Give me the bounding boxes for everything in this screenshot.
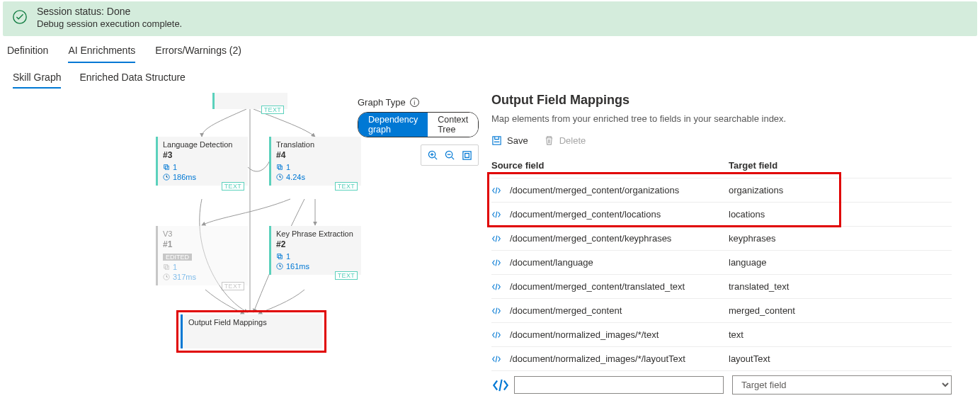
skill-id: #4 xyxy=(276,150,356,160)
skill-node-v3[interactable]: V3 #1 EDITED 1 317ms TEXT xyxy=(156,226,248,285)
copy-icon xyxy=(276,253,283,260)
skill-node-language-detection[interactable]: TEXT Language Detection #3 1 186ms TEXT xyxy=(156,137,248,186)
skill-node-keyphrase[interactable]: Key Phrase Extraction #2 1 161ms TEXT xyxy=(269,226,361,275)
status-banner: Session status: Done Debug session execu… xyxy=(3,1,977,36)
svg-rect-13 xyxy=(278,254,281,258)
text-badge: TEXT xyxy=(222,182,244,191)
target-field-select[interactable]: Target field xyxy=(732,375,952,395)
source-field: /document/merged_content/locations xyxy=(510,209,729,220)
clock-icon xyxy=(163,174,170,181)
skill-time: 4.24s xyxy=(276,173,356,181)
code-icon xyxy=(491,234,510,244)
tab-definition[interactable]: Definition xyxy=(7,42,48,63)
copy-icon xyxy=(163,263,170,271)
save-button[interactable]: Save xyxy=(491,135,528,146)
subtab-enriched-data[interactable]: Enriched Data Structure xyxy=(79,72,185,89)
mapping-row[interactable]: /document/merged_content/locationslocati… xyxy=(491,203,952,227)
save-label: Save xyxy=(507,135,528,146)
source-field-input[interactable] xyxy=(514,376,724,394)
code-icon xyxy=(491,306,510,316)
skill-count: 1 xyxy=(163,263,243,271)
panel-heading: Output Field Mappings xyxy=(491,93,952,108)
mapping-row[interactable]: /document/merged_contentmerged_content xyxy=(491,299,952,323)
svg-rect-10 xyxy=(164,265,168,268)
source-field: /document/merged_content/keyphrases xyxy=(510,233,729,244)
source-field: /document/language xyxy=(510,257,729,268)
svg-rect-16 xyxy=(493,137,501,144)
target-field: language xyxy=(729,257,767,268)
text-badge: TEXT xyxy=(335,271,358,280)
target-field: layoutText xyxy=(729,353,770,364)
output-box-title: Output Field Mappings xyxy=(188,318,317,327)
skill-count: 1 xyxy=(163,163,243,171)
clock-icon xyxy=(276,263,283,270)
skill-time: 161ms xyxy=(276,262,356,271)
save-icon xyxy=(491,135,502,146)
subtab-skill-graph[interactable]: Skill Graph xyxy=(13,72,61,89)
target-field: text xyxy=(729,329,743,340)
svg-rect-5 xyxy=(165,166,169,169)
skill-id: #1 xyxy=(163,239,243,249)
code-icon xyxy=(491,330,510,340)
target-field: merged_content xyxy=(729,305,795,316)
code-icon xyxy=(491,354,510,364)
text-badge: TEXT xyxy=(222,282,244,290)
panel-description: Map elements from your enriched tree to … xyxy=(491,113,952,124)
col-target: Target field xyxy=(729,160,777,171)
skill-title: Language Detection xyxy=(163,140,243,149)
skill-node-translation[interactable]: Translation #4 1 4.24s TEXT xyxy=(269,137,361,186)
clock-icon xyxy=(276,174,283,181)
mapping-row[interactable]: /document/merged_content/organizationsor… xyxy=(491,178,952,203)
col-source: Source field xyxy=(491,160,729,171)
new-mapping-row: Target field xyxy=(491,371,952,399)
text-badge: TEXT xyxy=(261,106,284,114)
tab-ai-enrichments[interactable]: AI Enrichments xyxy=(68,42,135,63)
text-badge: TEXT xyxy=(335,182,358,191)
source-field: /document/normalized_images/*/layoutText xyxy=(510,353,729,364)
skill-title: V3 xyxy=(163,229,243,238)
code-icon xyxy=(491,210,510,220)
code-icon xyxy=(491,376,510,395)
mapping-row[interactable]: /document/languagelanguage xyxy=(491,251,952,275)
svg-rect-7 xyxy=(278,165,281,169)
clock-icon xyxy=(163,273,170,280)
delete-label: Delete xyxy=(559,135,586,146)
target-field: keyphrases xyxy=(729,233,775,244)
code-icon xyxy=(491,186,510,195)
source-field: /document/merged_content/organizations xyxy=(510,185,729,195)
skill-id: #3 xyxy=(163,150,243,160)
skill-time: 186ms xyxy=(163,173,243,181)
root-node[interactable]: TEXT xyxy=(212,93,287,109)
svg-rect-4 xyxy=(164,165,168,169)
tab-errors-warnings[interactable]: Errors/Warnings (2) xyxy=(155,42,241,63)
code-icon xyxy=(491,258,510,268)
skill-time: 317ms xyxy=(163,273,243,281)
mapping-row[interactable]: /document/normalized_images/*/texttext xyxy=(491,323,952,347)
mapping-row[interactable]: /document/merged_content/translated_text… xyxy=(491,275,952,299)
source-field: /document/normalized_images/*/text xyxy=(510,329,729,340)
output-field-mappings-node[interactable]: Output Field Mappings xyxy=(181,314,322,348)
edited-badge: EDITED xyxy=(163,254,192,261)
skill-count: 1 xyxy=(276,252,356,261)
mapping-row[interactable]: /document/normalized_images/*/layoutText… xyxy=(491,347,952,371)
source-field: /document/merged_content/translated_text xyxy=(510,281,729,292)
copy-icon xyxy=(163,164,170,171)
copy-icon xyxy=(276,164,283,171)
main-tabs: Definition AI Enrichments Errors/Warning… xyxy=(0,42,980,63)
skill-count: 1 xyxy=(276,163,356,171)
skill-title: Translation xyxy=(276,140,356,149)
source-field: /document/merged_content xyxy=(510,305,729,316)
target-field: translated_text xyxy=(729,281,789,292)
skill-id: #2 xyxy=(276,239,356,249)
delete-button: Delete xyxy=(544,135,586,146)
skill-graph-canvas[interactable]: TEXT TEXT Language Detection #3 1 186ms … xyxy=(7,93,477,397)
mapping-row[interactable]: /document/merged_content/keyphraseskeyph… xyxy=(491,227,952,251)
status-title: Session status: Done xyxy=(37,6,182,17)
status-subtitle: Debug session execution complete. xyxy=(37,18,182,29)
code-icon xyxy=(491,282,510,292)
svg-rect-14 xyxy=(278,255,282,259)
target-field: organizations xyxy=(729,185,783,195)
svg-rect-11 xyxy=(165,266,169,269)
mapping-header: Source field Target field xyxy=(491,154,952,178)
skill-title: Key Phrase Extraction xyxy=(276,229,356,238)
